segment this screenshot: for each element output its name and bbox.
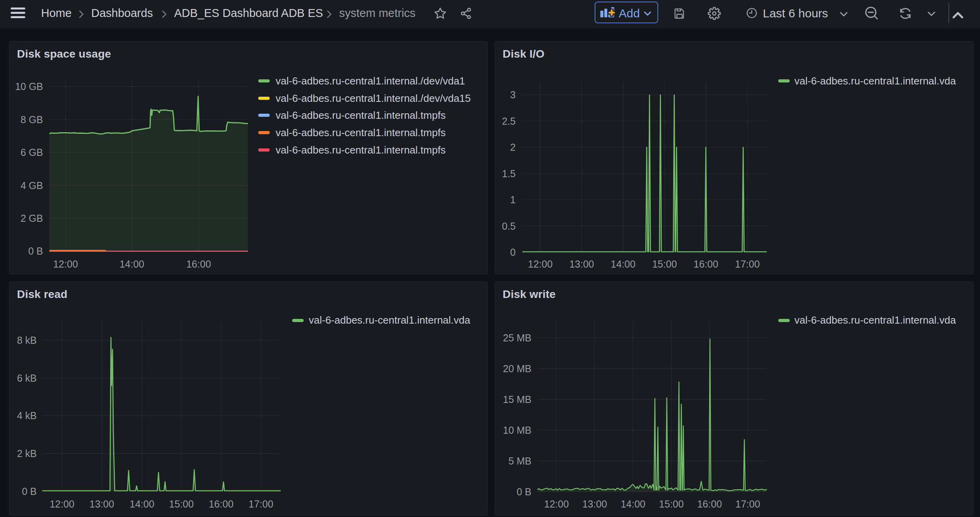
svg-text:17:00: 17:00	[735, 258, 760, 270]
svg-text:2 GB: 2 GB	[21, 213, 43, 224]
svg-text:16:00: 16:00	[697, 498, 722, 510]
svg-text:14:00: 14:00	[120, 258, 145, 270]
svg-text:10 MB: 10 MB	[503, 425, 531, 436]
svg-text:13:00: 13:00	[90, 498, 115, 510]
svg-text:6 GB: 6 GB	[21, 147, 43, 158]
svg-text:15:00: 15:00	[169, 498, 194, 510]
svg-text:14:00: 14:00	[611, 258, 636, 270]
svg-text:5 MB: 5 MB	[509, 455, 531, 466]
svg-text:15:00: 15:00	[659, 498, 684, 510]
svg-text:6 kB: 6 kB	[17, 373, 37, 384]
svg-text:0 B: 0 B	[516, 486, 531, 497]
svg-text:4 GB: 4 GB	[21, 180, 43, 191]
svg-text:12:00: 12:00	[528, 258, 553, 270]
svg-text:0 B: 0 B	[22, 486, 37, 497]
svg-text:0: 0	[510, 247, 516, 258]
svg-text:0 B: 0 B	[28, 245, 43, 257]
svg-text:2 kB: 2 kB	[17, 448, 37, 459]
svg-text:17:00: 17:00	[736, 498, 760, 510]
svg-text:2: 2	[510, 142, 516, 153]
svg-text:17:00: 17:00	[249, 498, 274, 510]
svg-text:13:00: 13:00	[582, 498, 607, 510]
svg-text:20 MB: 20 MB	[503, 363, 531, 374]
svg-text:14:00: 14:00	[130, 498, 154, 510]
svg-text:12:00: 12:00	[53, 258, 78, 270]
svg-text:2.5: 2.5	[502, 116, 516, 127]
svg-text:4 kB: 4 kB	[17, 410, 37, 421]
svg-text:1.5: 1.5	[502, 168, 516, 179]
svg-text:25 MB: 25 MB	[503, 332, 531, 343]
svg-text:1: 1	[510, 194, 516, 205]
svg-text:16:00: 16:00	[209, 498, 234, 510]
svg-text:8 GB: 8 GB	[21, 114, 43, 125]
svg-text:12:00: 12:00	[50, 498, 75, 510]
svg-text:13:00: 13:00	[569, 258, 594, 270]
svg-text:10 GB: 10 GB	[15, 81, 43, 92]
svg-text:16:00: 16:00	[186, 258, 211, 270]
svg-text:15:00: 15:00	[652, 258, 677, 270]
svg-text:0.5: 0.5	[502, 221, 516, 232]
svg-text:16:00: 16:00	[694, 258, 719, 270]
svg-text:12:00: 12:00	[544, 498, 569, 510]
svg-text:15 MB: 15 MB	[503, 394, 531, 405]
svg-text:3: 3	[510, 89, 516, 100]
svg-text:14:00: 14:00	[621, 498, 646, 510]
svg-text:8 kB: 8 kB	[17, 335, 37, 346]
